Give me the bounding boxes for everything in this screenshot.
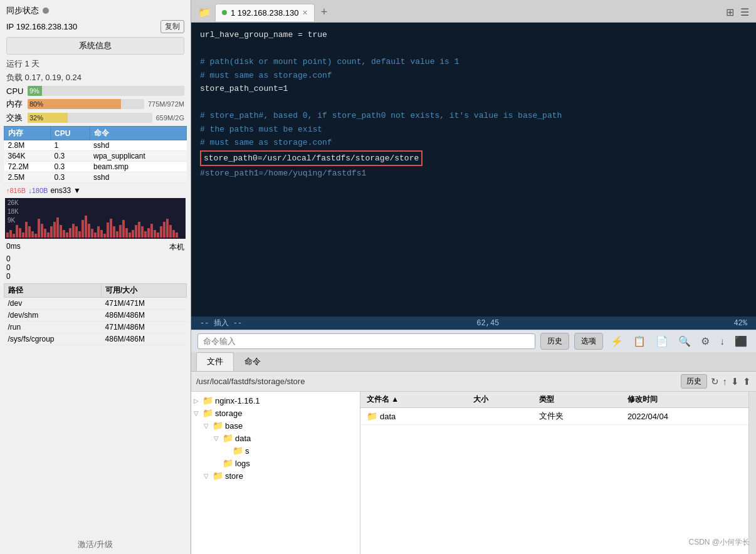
fm-up-icon[interactable]: ↑ [723, 376, 728, 387]
expand-icon[interactable]: ⬛ [732, 334, 750, 348]
copy-icon[interactable]: 📋 [631, 334, 648, 348]
activate-button[interactable]: 激活/升级 [0, 535, 191, 554]
fm-tab-cmd[interactable]: 命令 [234, 352, 271, 371]
chart-bar [113, 226, 115, 238]
mem-bar-row: 内存 80% 775M/972M [0, 97, 191, 111]
disk-header-size: 可用/大小 [102, 284, 187, 298]
tab-status-dot [222, 10, 227, 15]
search-icon[interactable]: 🔍 [676, 334, 693, 348]
load-label: 负载 0.17, 0.19, 0.24 [0, 71, 191, 85]
sync-dot [43, 8, 49, 14]
tab-close-button[interactable]: × [302, 8, 307, 18]
chart-bar [81, 220, 84, 238]
tree-item-store[interactable]: ▽ 📁 store [191, 469, 360, 482]
tree-arrow-s [224, 447, 233, 454]
tree-item-storage[interactable]: ▽ 📁 storage [191, 407, 360, 419]
fm-download-icon[interactable]: ⬇ [731, 376, 739, 387]
history-button[interactable]: 历史 [540, 333, 569, 350]
options-button[interactable]: 选项 [574, 333, 603, 350]
download-icon[interactable]: ↓ [717, 335, 727, 348]
command-input[interactable] [197, 333, 535, 349]
sys-info-button[interactable]: 系统信息 [6, 37, 184, 55]
chart-bar [160, 226, 162, 238]
fm-tab-files[interactable]: 文件 [196, 352, 234, 371]
swap-size-label: 659M/2G [156, 114, 184, 122]
chart-bar [85, 216, 87, 238]
term-store-path-count: store_path_count=1 [200, 83, 747, 95]
uptime-label: 运行 1 天 [0, 57, 191, 71]
disk-row: /sys/fs/cgroup486M/486M [4, 333, 187, 345]
insert-mode-label: -- 插入 -- [200, 318, 242, 328]
network-row: ↑816B ↓180B ens33 ▼ [0, 184, 191, 197]
term-comment-1: # path(disk or mount point) count, defau… [200, 56, 747, 68]
paste-icon[interactable]: 📄 [653, 334, 671, 348]
grid-view-icon[interactable]: ⊞ [724, 4, 736, 20]
fm-current-path: /usr/local/fastdfs/storage/store [196, 377, 677, 386]
chart-bar [22, 233, 24, 238]
menu-icon[interactable]: ☰ [738, 4, 751, 20]
folder-icon-s: 📁 [233, 446, 243, 456]
files-header-type[interactable]: 类型 [533, 392, 621, 408]
lightning-icon[interactable]: ⚡ [608, 334, 626, 348]
tree-label-store: store [225, 471, 243, 481]
fm-history-button[interactable]: 历史 [681, 374, 707, 389]
chart-bar [163, 222, 165, 238]
files-header-name[interactable]: 文件名 ▲ [360, 392, 467, 408]
chart-bar [129, 233, 131, 238]
swap-bar-container: 32% [28, 113, 152, 123]
cpu-label: CPU [6, 86, 24, 96]
tree-item-logs[interactable]: 📁 logs [191, 457, 360, 469]
chart-bar [31, 231, 34, 238]
disk-row: /run471M/486M [4, 321, 187, 333]
tab-add-button[interactable]: + [317, 4, 332, 20]
term-comment-2: # must same as storage.conf [200, 70, 747, 82]
left-panel: 同步状态 IP 192.168.238.130 复制 系统信息 运行 1 天 负… [0, 0, 191, 554]
folder-icon-button[interactable]: 📁 [196, 4, 213, 20]
chart-bar [19, 228, 21, 238]
tree-arrow-data: ▽ [214, 435, 223, 442]
tree-item-data[interactable]: ▽ 📁 data [191, 432, 360, 444]
net-up-label: ↑816B [6, 187, 26, 194]
net-dropdown-icon[interactable]: ▼ [73, 186, 81, 195]
sync-status-row: 同步状态 [0, 0, 191, 19]
fm-upload-icon[interactable]: ⬆ [743, 376, 751, 387]
tab-item-1[interactable]: 1 192.168.238.130 × [215, 4, 315, 21]
terminal-status-bar: -- 插入 -- 62,45 42% [191, 316, 756, 330]
tree-label-base: base [225, 421, 243, 431]
fm-scrollbar[interactable] [748, 392, 756, 554]
right-panel: 📁 1 192.168.238.130 × + ⊞ ☰ url_have_gro… [191, 0, 756, 554]
copy-button[interactable]: 复制 [160, 20, 184, 33]
chart-bar [147, 228, 150, 238]
swap-pct-label: 32% [29, 114, 43, 122]
folder-icon-data: 📁 [223, 433, 233, 443]
folder-icon-nginx: 📁 [202, 395, 213, 405]
process-row: 2.8M1sshd [4, 140, 187, 151]
chart-bar [44, 229, 46, 238]
terminal-area[interactable]: url_have_group_name = true # path(disk o… [191, 23, 756, 330]
ip-label: IP 192.168.238.130 [6, 22, 77, 31]
chart-bar [47, 233, 50, 238]
chart-bar [34, 234, 37, 238]
file-row[interactable]: 📁data文件夹2022/04/04 [360, 408, 748, 425]
chart-bar [63, 230, 65, 238]
files-header-size[interactable]: 大小 [467, 392, 533, 408]
tree-item-base[interactable]: ▽ 📁 base [191, 419, 360, 432]
settings-icon[interactable]: ⚙ [698, 334, 712, 348]
chart-bar [56, 217, 59, 238]
files-header-modified[interactable]: 修改时间 [621, 392, 748, 408]
swap-label: 交换 [6, 112, 24, 123]
chart-bar [132, 230, 134, 238]
term-comment-3: # store_path#, based 0, if store_path0 n… [200, 110, 747, 122]
fm-refresh-icon[interactable]: ↻ [711, 376, 719, 387]
chart-bar [94, 233, 97, 238]
mem-pct-label: 80% [29, 100, 43, 108]
chart-bar [88, 224, 90, 238]
chart-bar [138, 222, 140, 238]
scroll-pct-label: 42% [733, 319, 747, 328]
disk-row: /dev471M/471M [4, 298, 187, 310]
tree-item-nginx[interactable]: ▷ 📁 nginx-1.16.1 [191, 394, 360, 407]
ip-row: IP 192.168.238.130 复制 [0, 19, 191, 34]
chart-bar [41, 224, 43, 238]
proc-header-cpu: CPU [50, 127, 90, 140]
tree-item-s[interactable]: 📁 s [191, 444, 360, 457]
